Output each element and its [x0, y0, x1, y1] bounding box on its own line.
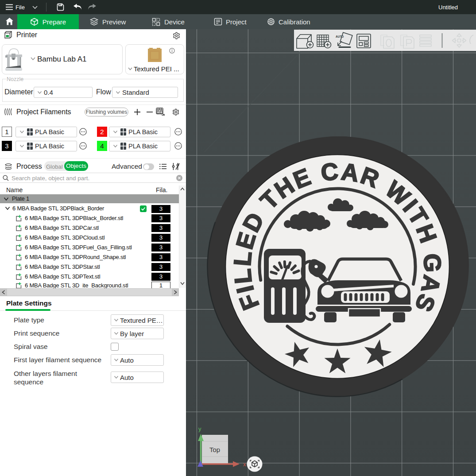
svg-text:AUTO: AUTO — [336, 35, 344, 38]
svg-text:x: x — [243, 461, 246, 468]
svg-text:y: y — [198, 426, 201, 432]
svg-text:Top: Top — [209, 446, 220, 453]
